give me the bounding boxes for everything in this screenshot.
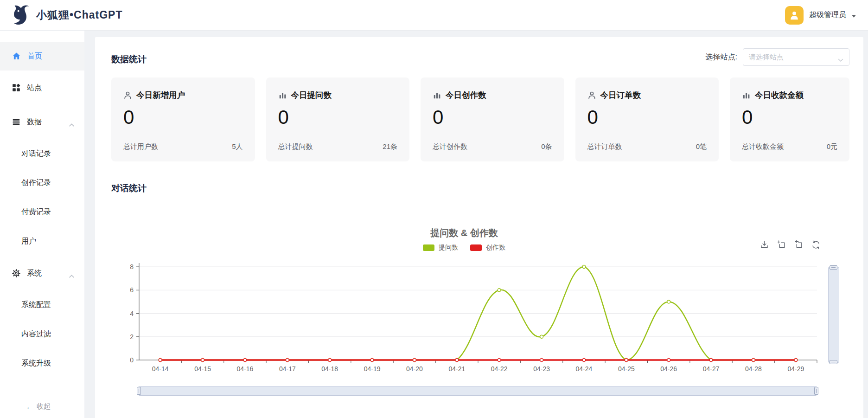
stat-card-title: 今日新增用户	[136, 90, 185, 101]
svg-text:04-25: 04-25	[618, 365, 635, 373]
line-chart: 提问数 & 创作数 提问数创作数 0246804-1404-1504-1604-…	[111, 220, 849, 406]
legend-item[interactable]: 创作数	[470, 244, 505, 252]
svg-text:04-24: 04-24	[576, 365, 593, 373]
stat-card-title: 今日提问数	[291, 90, 332, 101]
stat-card: 今日收款金额0总计收款金额0元	[730, 77, 849, 161]
download-icon[interactable]	[760, 240, 769, 249]
site-select[interactable]: 请选择站点	[743, 48, 849, 66]
svg-text:2: 2	[130, 333, 134, 341]
svg-text:04-27: 04-27	[703, 365, 720, 373]
home-icon	[12, 52, 21, 60]
caret-down-icon	[852, 11, 856, 19]
svg-text:04-22: 04-22	[491, 365, 508, 373]
bar-chart-icon	[278, 91, 287, 100]
user-name: 超级管理员	[809, 10, 846, 20]
stat-card-title: 今日收款金额	[755, 90, 804, 101]
legend-label: 创作数	[486, 244, 505, 252]
collapse-label: 收起	[37, 402, 51, 411]
brand: 小狐狸•ChatGPT	[12, 4, 122, 26]
sidebar-subitem[interactable]: 系统配置	[0, 290, 84, 320]
svg-text:04-18: 04-18	[321, 365, 338, 373]
sidebar: 首页站点数据对话记录创作记录付费记录用户系统系统配置内容过滤系统升级 ← 收起	[0, 31, 84, 418]
datazoom-handle[interactable]	[137, 387, 141, 395]
svg-text:04-15: 04-15	[194, 365, 211, 373]
zoom-select-icon[interactable]	[777, 240, 786, 249]
stat-card: 今日新增用户0总计用户数5人	[111, 77, 255, 161]
svg-text:04-14: 04-14	[152, 365, 169, 373]
sidebar-subitem[interactable]: 用户	[0, 227, 84, 256]
svg-text:04-20: 04-20	[406, 365, 423, 373]
sidebar-subitem[interactable]: 内容过滤	[0, 320, 84, 349]
sidebar-item-home[interactable]: 首页	[0, 42, 84, 71]
chevron-up-icon	[69, 120, 74, 129]
legend-swatch	[470, 244, 482, 251]
zoom-reset-icon[interactable]	[794, 240, 803, 249]
site-select-label: 选择站点:	[706, 52, 737, 62]
chevron-down-icon	[838, 56, 843, 64]
stat-card-footer-value: 0条	[541, 142, 552, 151]
svg-text:04-26: 04-26	[660, 365, 677, 373]
svg-text:04-16: 04-16	[237, 365, 254, 373]
stat-card: 今日创作数0总计创作数0条	[421, 77, 564, 161]
horizontal-datazoom-slider[interactable]	[138, 386, 817, 396]
avatar[interactable]	[785, 6, 804, 25]
stat-card-title: 今日创作数	[446, 90, 486, 101]
stat-card-value: 0	[278, 106, 398, 129]
list-icon	[12, 118, 20, 126]
app-header: 小狐狸•ChatGPT 超级管理员	[0, 0, 868, 31]
chevron-up-icon	[69, 271, 74, 280]
sidebar-item-system[interactable]: 系统	[0, 256, 84, 290]
datazoom-handle[interactable]	[830, 265, 837, 270]
stat-card-value: 0	[123, 106, 243, 129]
arrow-left-icon: ←	[26, 403, 33, 411]
stat-card-value: 0	[587, 106, 707, 129]
legend-label: 提问数	[439, 244, 458, 252]
sidebar-item-label: 数据	[27, 117, 42, 127]
stat-card-value: 0	[742, 106, 837, 129]
user-menu[interactable]: 超级管理员	[785, 6, 856, 25]
chat-section-title: 对话统计	[111, 182, 849, 194]
stat-card-footer-value: 5人	[232, 142, 243, 151]
sidebar-item-label: 系统	[27, 269, 42, 278]
stat-card-footer-label: 总计用户数	[123, 142, 158, 151]
svg-text:6: 6	[130, 286, 134, 294]
grid-icon	[12, 84, 20, 92]
gear-icon	[12, 269, 20, 277]
sidebar-subitem[interactable]: 对话记录	[0, 139, 84, 168]
chart-title: 提问数 & 创作数	[111, 227, 817, 239]
sidebar-subitem[interactable]: 系统升级	[0, 349, 84, 378]
stat-card-footer-value: 0笔	[696, 142, 707, 151]
stat-card: 今日提问数0总计提问数21条	[266, 77, 410, 161]
legend-item[interactable]: 提问数	[423, 244, 458, 252]
svg-text:8: 8	[130, 263, 134, 270]
stat-card-footer-value: 0元	[827, 142, 837, 151]
sidebar-item-label: 站点	[27, 83, 42, 93]
stat-card-title: 今日订单数	[600, 90, 641, 101]
svg-text:0: 0	[130, 356, 134, 364]
datazoom-handle[interactable]	[814, 387, 818, 395]
sidebar-item-data[interactable]: 数据	[0, 105, 84, 139]
sidebar-subitem[interactable]: 创作记录	[0, 168, 84, 198]
chart-toolbox	[760, 240, 820, 249]
fox-logo-icon	[12, 4, 31, 26]
vertical-datazoom-slider[interactable]	[828, 267, 839, 363]
svg-text:4: 4	[130, 310, 134, 317]
stat-card-footer-label: 总计订单数	[587, 142, 622, 151]
stat-card-value: 0	[433, 106, 552, 129]
bar-chart-icon	[433, 91, 441, 100]
sidebar-item-sites[interactable]: 站点	[0, 71, 84, 105]
sidebar-subitem[interactable]: 付费记录	[0, 198, 84, 227]
legend-swatch	[423, 244, 434, 251]
site-select-placeholder: 请选择站点	[749, 53, 784, 62]
user-icon	[587, 91, 596, 100]
stat-card-footer-value: 21条	[383, 142, 397, 151]
stat-card: 今日订单数0总计订单数0笔	[575, 77, 719, 161]
bar-chart-icon	[742, 91, 751, 100]
datazoom-handle[interactable]	[830, 360, 837, 364]
site-select-row: 选择站点: 请选择站点	[706, 48, 849, 66]
user-icon	[123, 91, 132, 100]
brand-title: 小狐狸•ChatGPT	[36, 8, 122, 22]
restore-icon[interactable]	[811, 240, 820, 249]
stat-card-footer-label: 总计收款金额	[742, 142, 784, 151]
sidebar-collapse-button[interactable]: ← 收起	[0, 398, 84, 415]
